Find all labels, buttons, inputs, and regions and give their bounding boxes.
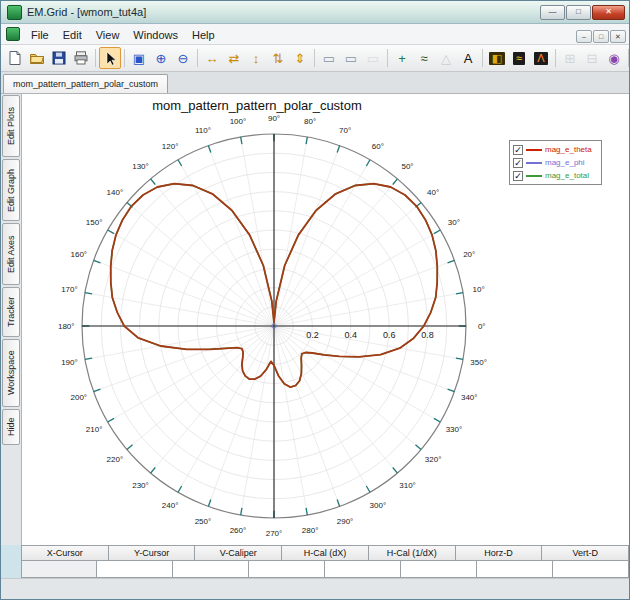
- minimize-button[interactable]: —: [540, 5, 565, 20]
- title-bar: EM.Grid - [wmom_tut4a] —□✕: [1, 1, 629, 24]
- close-button[interactable]: ✕: [592, 5, 625, 20]
- tab-mom-pattern-polar-custom[interactable]: mom_pattern_pattern_polar_custom: [3, 74, 168, 93]
- maximize-button[interactable]: □: [566, 5, 591, 20]
- child-close-button[interactable]: ✕: [610, 30, 626, 43]
- spectrum-graph-icon[interactable]: ≈: [508, 47, 530, 69]
- toolbar: ▣⊕⊖↔⇄↕⇅⇕▭▭▭+≈△A◧≈Λ⊞⊟◉⇔Layou: [1, 45, 629, 72]
- angle-label: 40°: [427, 188, 439, 197]
- angle-label: 100°: [230, 117, 247, 126]
- menu-edit[interactable]: Edit: [56, 27, 89, 43]
- cartesian-graph-icon[interactable]: ◧: [486, 47, 508, 69]
- angle-label: 50°: [401, 162, 413, 171]
- angle-label: 190°: [61, 358, 78, 367]
- status-value-stub: [21, 561, 97, 578]
- angle-label: 250°: [195, 517, 212, 526]
- angle-label: 150°: [86, 218, 103, 227]
- frame-select-1-icon[interactable]: ▭: [318, 47, 340, 69]
- sidebar-tab-edit-graph[interactable]: Edit Graph: [2, 159, 20, 221]
- angle-label: 120°: [162, 142, 179, 151]
- status-header-x-cursor: X-Cursor: [21, 545, 109, 561]
- angle-label: 310°: [399, 481, 416, 490]
- angle-label: 260°: [230, 526, 247, 535]
- add-text-icon[interactable]: A: [457, 47, 479, 69]
- frame-select-3-icon: ▭: [362, 47, 384, 69]
- legend-label: mag_e_total: [545, 171, 589, 180]
- zoom-window-icon[interactable]: ▣: [128, 47, 150, 69]
- angle-label: 70°: [339, 126, 351, 135]
- legend-line-sample: [526, 175, 542, 177]
- save-icon[interactable]: [48, 47, 70, 69]
- status-value-cell[interactable]: [173, 561, 249, 578]
- child-window-icon: [6, 27, 20, 41]
- sidebar-tab-workspace[interactable]: Workspace: [2, 339, 20, 407]
- angle-label: 80°: [304, 117, 316, 126]
- status-value-cell[interactable]: [249, 561, 325, 578]
- angle-label: 20°: [463, 250, 475, 259]
- angle-label: 330°: [446, 425, 463, 434]
- fit-all-icon[interactable]: ⇕: [289, 47, 311, 69]
- pan-vertical-icon[interactable]: ⇅: [267, 47, 289, 69]
- angle-label: 60°: [372, 142, 384, 151]
- app-window: EM.Grid - [wmom_tut4a] —□✕ FileEditViewW…: [0, 0, 630, 600]
- open-file-icon[interactable]: [26, 47, 48, 69]
- angle-label: 180°: [58, 322, 75, 331]
- menu-file[interactable]: File: [24, 27, 56, 43]
- tab-bar: mom_pattern_pattern_polar_custom: [1, 72, 629, 94]
- toolbar-separator: [482, 49, 483, 67]
- status-header-h-cal-dx-: H-Cal (dX): [282, 545, 369, 561]
- toolbar-separator: [95, 49, 96, 67]
- status-header-horz-d: Horz-D: [456, 545, 543, 561]
- radial-tick-label: 0.2: [306, 330, 319, 340]
- status-value-cell[interactable]: [553, 561, 629, 578]
- status-value-cell[interactable]: [401, 561, 477, 578]
- zoom-in-icon[interactable]: ⊕: [150, 47, 172, 69]
- menu-windows[interactable]: Windows: [126, 27, 185, 43]
- smith-chart-icon[interactable]: ◉: [603, 47, 625, 69]
- pan-horizontal-icon[interactable]: ⇄: [223, 47, 245, 69]
- toolbar-separator: [314, 49, 315, 67]
- print-icon[interactable]: [70, 47, 92, 69]
- legend-checkbox-mag_e_phi[interactable]: ✓: [513, 158, 523, 168]
- angle-label: 210°: [86, 425, 103, 434]
- select-cursor-icon[interactable]: [99, 47, 121, 69]
- frame-select-2-icon[interactable]: ▭: [340, 47, 362, 69]
- add-curve-icon[interactable]: ≈: [413, 47, 435, 69]
- toolbar-separator: [628, 49, 629, 67]
- menu-help[interactable]: Help: [185, 27, 222, 43]
- angle-label: 170°: [61, 285, 78, 294]
- polar-graph-icon[interactable]: Λ: [530, 47, 552, 69]
- bottom-strip: [1, 578, 629, 599]
- fit-vertical-icon[interactable]: ↕: [245, 47, 267, 69]
- add-marker-icon[interactable]: +: [391, 47, 413, 69]
- menu-view[interactable]: View: [89, 27, 127, 43]
- sidebar-tab-edit-plots[interactable]: Edit Plots: [2, 95, 20, 157]
- child-minimize-button[interactable]: –: [576, 30, 592, 43]
- new-document-icon[interactable]: [4, 47, 26, 69]
- sidebar-tab-edit-axes[interactable]: Edit Axes: [2, 223, 20, 285]
- status-value-row: [21, 561, 629, 578]
- legend-label: mag_e_theta: [545, 145, 592, 154]
- status-value-cell[interactable]: [325, 561, 401, 578]
- legend-checkbox-mag_e_total[interactable]: ✓: [513, 171, 523, 181]
- child-restore-button[interactable]: □: [593, 30, 609, 43]
- angle-label: 130°: [132, 162, 149, 171]
- status-value-cell[interactable]: [97, 561, 173, 578]
- angle-label: 10°: [473, 285, 485, 294]
- sidebar-tab-hide[interactable]: Hide: [2, 409, 20, 445]
- legend-row: ✓mag_e_total: [513, 169, 598, 182]
- angle-label: 240°: [162, 501, 179, 510]
- angle-label: 270°: [266, 529, 283, 538]
- sidebar-tab-tracker[interactable]: Tracker: [2, 287, 20, 337]
- plot-area[interactable]: mom_pattern_pattern_polar_custom 0°10°20…: [22, 94, 629, 545]
- legend-row: ✓mag_e_theta: [513, 143, 598, 156]
- angle-label: 230°: [132, 481, 149, 490]
- angle-label: 340°: [461, 393, 478, 402]
- legend-checkbox-mag_e_theta[interactable]: ✓: [513, 145, 523, 155]
- radial-tick-label: 0.8: [421, 330, 434, 340]
- status-value-cell[interactable]: [477, 561, 553, 578]
- angle-label: 200°: [71, 393, 88, 402]
- zoom-out-icon[interactable]: ⊖: [172, 47, 194, 69]
- fit-horizontal-icon[interactable]: ↔: [201, 47, 223, 69]
- radial-tick-label: 0.4: [345, 330, 358, 340]
- angle-label: 300°: [370, 501, 387, 510]
